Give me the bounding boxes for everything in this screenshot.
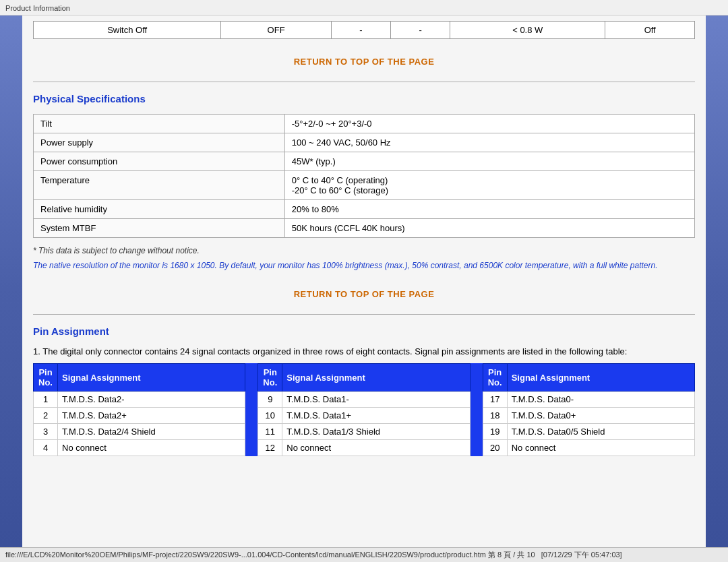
pin-number: 18	[483, 408, 507, 424]
spec-value: -5°+2/-0 ~+ 20°+3/-0	[284, 115, 694, 133]
footer-page: 第 8 頁 / 共 10	[488, 551, 535, 559]
spec-value: 45W* (typ.)	[284, 152, 694, 171]
spec-value: 50K hours (CCFL 40K hours)	[284, 219, 694, 238]
col-divider-2	[471, 363, 483, 456]
pin-no-header-1: PinNo.	[34, 364, 58, 392]
content-area: Switch Off OFF - - < 0.8 W Off RETURN TO…	[22, 15, 706, 561]
spec-value: 100 ~ 240 VAC, 50/60 Hz	[284, 133, 694, 152]
pin-assignment-title: Pin Assignment	[33, 325, 695, 337]
pin-col-3: PinNo. Signal Assignment 17T.M.D.S. Data…	[483, 363, 695, 456]
footer-date: [07/12/29 下午 05:47:03]	[541, 551, 622, 559]
pin-no-header-3: PinNo.	[483, 364, 507, 392]
spec-label: Tilt	[34, 115, 285, 133]
spec-label: Temperature	[34, 171, 285, 200]
spec-label: Relative humidity	[34, 200, 285, 219]
spec-value: 20% to 80%	[284, 200, 694, 219]
return-to-top-link-2[interactable]: RETURN TO TOP OF THE PAGE	[33, 280, 695, 309]
spec-row: Temperature0° C to 40° C (operating) -20…	[34, 171, 695, 200]
pin-signal: No connect	[507, 440, 694, 456]
pin-signal: T.M.D.S. Data0/5 Shield	[507, 424, 694, 440]
switch-col5: < 0.8 W	[450, 22, 605, 39]
pin-row: 11T.M.D.S. Data1/3 Shield	[258, 424, 470, 440]
signal-header-1: Signal Assignment	[58, 364, 245, 392]
spec-label: Power consumption	[34, 152, 285, 171]
signal-header-2: Signal Assignment	[282, 364, 470, 392]
pin-signal: T.M.D.S. Data1-	[282, 392, 470, 408]
blue-note: The native resolution of the monitor is …	[33, 261, 695, 270]
pin-signal: T.M.D.S. Data2/4 Shield	[58, 424, 245, 440]
pin-number: 11	[258, 424, 282, 440]
spec-row: Power supply100 ~ 240 VAC, 50/60 Hz	[34, 133, 695, 152]
pin-number: 4	[34, 440, 58, 456]
spec-label: Power supply	[34, 133, 285, 152]
pin-number: 20	[483, 440, 507, 456]
divider-1	[33, 82, 695, 82]
return-to-top-link-1[interactable]: RETURN TO TOP OF THE PAGE	[33, 47, 695, 76]
pin-row: 12No connect	[258, 440, 470, 456]
pin-number: 10	[258, 408, 282, 424]
switch-col4: -	[391, 22, 450, 39]
pin-number: 17	[483, 392, 507, 408]
pin-description: 1. The digital only connector contains 2…	[33, 346, 695, 356]
pin-col-2: PinNo. Signal Assignment 9T.M.D.S. Data1…	[257, 363, 470, 456]
switch-row: Switch Off OFF - - < 0.8 W Off	[34, 22, 695, 39]
col-divider-1	[245, 363, 257, 456]
pin-sub-table-3: PinNo. Signal Assignment 17T.M.D.S. Data…	[483, 363, 695, 456]
pin-signal: T.M.D.S. Data2-	[58, 392, 245, 408]
pin-number: 12	[258, 440, 282, 456]
pin-number: 2	[34, 408, 58, 424]
pin-row: 20No connect	[483, 440, 694, 456]
switch-col6: Off	[605, 22, 695, 39]
pin-number: 19	[483, 424, 507, 440]
spec-row: Relative humidity20% to 80%	[34, 200, 695, 219]
pin-signal: T.M.D.S. Data1+	[282, 408, 470, 424]
spec-row: Power consumption45W* (typ.)	[34, 152, 695, 171]
product-info-label: Product Information	[0, 0, 728, 15]
pin-signal: T.M.D.S. Data0+	[507, 408, 694, 424]
pin-row: 1T.M.D.S. Data2-	[34, 392, 245, 408]
pin-table-wrapper: PinNo. Signal Assignment 1T.M.D.S. Data2…	[33, 363, 695, 456]
switch-col1: Switch Off	[34, 22, 221, 39]
pin-number: 9	[258, 392, 282, 408]
spec-row: System MTBF50K hours (CCFL 40K hours)	[34, 219, 695, 238]
footnote: * This data is subject to change without…	[33, 246, 695, 255]
switch-col3: -	[331, 22, 390, 39]
pin-number: 1	[34, 392, 58, 408]
spec-row: Tilt-5°+2/-0 ~+ 20°+3/-0	[34, 115, 695, 133]
pin-row: 19T.M.D.S. Data0/5 Shield	[483, 424, 694, 440]
pin-row: 4No connect	[34, 440, 245, 456]
pin-no-header-2: PinNo.	[258, 364, 282, 392]
pin-row: 17T.M.D.S. Data0-	[483, 392, 694, 408]
physical-specs-title: Physical Specifications	[33, 93, 695, 104]
pin-signal: No connect	[282, 440, 470, 456]
pin-row: 10T.M.D.S. Data1+	[258, 408, 470, 424]
footer-url: file:///E/LCD%20Monitor%20OEM/Philips/MF…	[5, 551, 486, 559]
right-sidebar	[706, 15, 728, 561]
divider-2	[33, 314, 695, 315]
signal-header-3: Signal Assignment	[507, 364, 694, 392]
pin-row: 3T.M.D.S. Data2/4 Shield	[34, 424, 245, 440]
switch-table: Switch Off OFF - - < 0.8 W Off	[33, 21, 695, 39]
spec-value: 0° C to 40° C (operating) -20° C to 60° …	[284, 171, 694, 200]
pin-row: 9T.M.D.S. Data1-	[258, 392, 470, 408]
footer-bar: file:///E/LCD%20Monitor%20OEM/Philips/MF…	[0, 547, 728, 562]
pin-signal: T.M.D.S. Data1/3 Shield	[282, 424, 470, 440]
switch-col2: OFF	[221, 22, 332, 39]
pin-sub-table-2: PinNo. Signal Assignment 9T.M.D.S. Data1…	[257, 363, 470, 456]
pin-sub-table-1: PinNo. Signal Assignment 1T.M.D.S. Data2…	[33, 363, 245, 456]
pin-row: 18T.M.D.S. Data0+	[483, 408, 694, 424]
pin-col-1: PinNo. Signal Assignment 1T.M.D.S. Data2…	[33, 363, 245, 456]
pin-signal: T.M.D.S. Data2+	[58, 408, 245, 424]
pin-number: 3	[34, 424, 58, 440]
left-sidebar	[0, 15, 22, 561]
pin-signal: T.M.D.S. Data0-	[507, 392, 694, 408]
spec-label: System MTBF	[34, 219, 285, 238]
specs-table: Tilt-5°+2/-0 ~+ 20°+3/-0Power supply100 …	[33, 114, 695, 238]
pin-row: 2T.M.D.S. Data2+	[34, 408, 245, 424]
pin-signal: No connect	[58, 440, 245, 456]
